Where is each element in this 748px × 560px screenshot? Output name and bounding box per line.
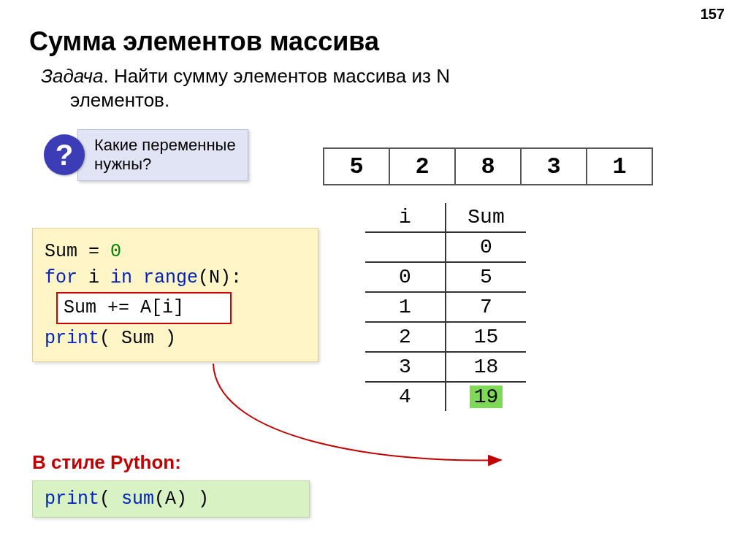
array-visualization: 5 2 8 3 1: [324, 147, 653, 185]
python-style-code: print( sum(A) ): [32, 480, 310, 518]
trace-row: 419: [365, 382, 526, 411]
page-number: 157: [701, 6, 725, 23]
question-mark-icon: ?: [44, 134, 85, 175]
result-highlight: 19: [470, 386, 503, 408]
highlighted-code-line: Sum += A[i]: [56, 292, 232, 324]
trace-row: 17: [365, 292, 526, 322]
array-cell: 2: [389, 147, 456, 185]
task-description: Задача. Найти сумму элементов массива из…: [41, 64, 719, 112]
trace-row: 0: [365, 232, 526, 262]
trace-table: i Sum 0 05 17 215 318 419: [365, 203, 526, 411]
main-code-block: Sum = 0 for i in range(N): Sum += A[i] p…: [32, 228, 318, 362]
task-text: . Найти сумму элементов массива из N: [103, 65, 449, 87]
array-cell: 3: [520, 147, 587, 185]
array-cell: 1: [586, 147, 653, 185]
code-line-1: Sum = 0: [45, 239, 306, 265]
question-line2: нужны?: [94, 155, 151, 173]
array-cell: 8: [454, 147, 522, 185]
trace-row: 318: [365, 352, 526, 382]
python-style-label: В стиле Python:: [32, 451, 181, 474]
question-line1: Какие переменные: [94, 136, 236, 154]
task-label: Задача: [41, 65, 103, 87]
slide-title: Сумма элементов массива: [29, 26, 719, 57]
trace-row: 215: [365, 322, 526, 352]
array-cell: 5: [323, 147, 390, 185]
question-text-box: Какие переменные нужны?: [77, 129, 248, 181]
trace-header-i: i: [365, 203, 446, 232]
code-line-2: for i in range(N):: [45, 265, 306, 291]
task-text-2: элементов.: [41, 89, 169, 111]
code-line-4: print( Sum ): [45, 326, 306, 352]
trace-row: 05: [365, 262, 526, 292]
trace-header-sum: Sum: [446, 203, 526, 232]
